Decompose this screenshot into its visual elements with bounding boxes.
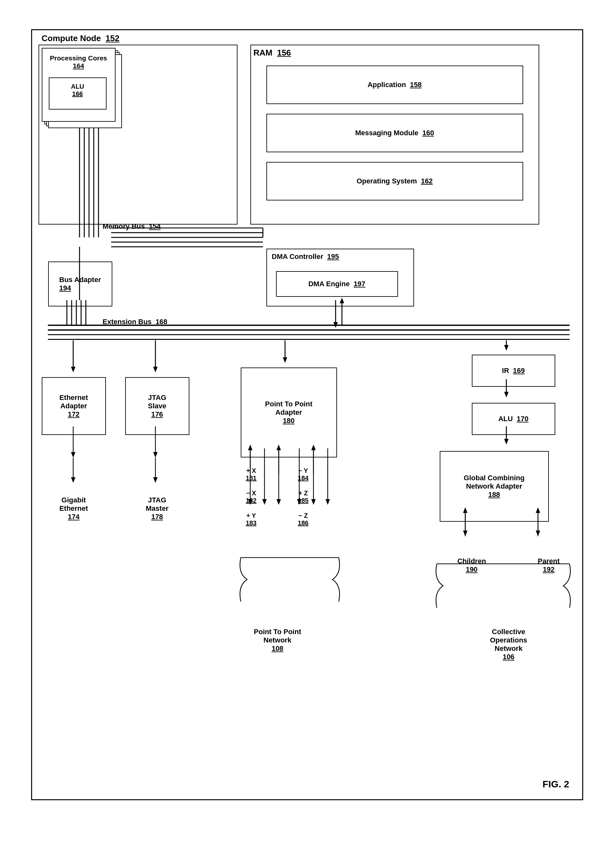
ethernet-adapter-number: 172 (68, 410, 80, 418)
svg-marker-37 (504, 439, 509, 445)
jtag-master-number: 178 (151, 513, 163, 521)
p2p-network-label: Point To PointNetwork108 (222, 628, 334, 653)
minus-y-label: − Y184 (292, 467, 315, 482)
plus-y-bottom-number: 183 (246, 520, 256, 527)
svg-marker-73 (153, 477, 158, 483)
gigabit-ethernet-label: GigabitEthernet174 (42, 496, 106, 521)
extension-bus-number: 168 (156, 318, 167, 326)
figure-label: FIG. 2 (543, 779, 569, 790)
p2p-adapter-box: Point To PointAdapter180 (241, 367, 337, 457)
minus-z-number: 186 (298, 520, 309, 527)
ram-number: 156 (277, 48, 291, 58)
svg-marker-41 (262, 499, 267, 505)
jtag-slave-number: 176 (151, 410, 163, 418)
alu170-label: ALU 170 (498, 415, 528, 423)
ram-label: RAM 156 (254, 48, 291, 58)
svg-marker-53 (536, 531, 540, 537)
gcna-box: Global CombiningNetwork Adapter188 (440, 451, 549, 522)
minus-x-number: 182 (246, 497, 256, 504)
messaging-module-label: Messaging Module 160 (355, 129, 434, 137)
p2p-network-number: 108 (271, 644, 284, 652)
svg-marker-31 (283, 357, 287, 363)
minus-z-label: − Z186 (292, 512, 315, 527)
collective-ops-number: 106 (502, 653, 515, 661)
alu-inner-number: 166 (72, 90, 83, 97)
plus-y-bottom-label: + Y183 (240, 512, 262, 527)
svg-marker-27 (71, 367, 75, 372)
gigabit-ethernet-number: 174 (68, 513, 80, 521)
dma-controller-label: DMA Controller 195 (267, 249, 413, 264)
svg-marker-35 (504, 392, 509, 398)
minus-x-label: − X182 (240, 490, 262, 504)
bus-adapter-label: Bus Adapter194 (59, 275, 101, 292)
gcna-number: 188 (488, 490, 500, 499)
plus-z-number: 185 (298, 497, 309, 504)
plus-x-label: + X181 (240, 467, 262, 482)
plus-x-number: 181 (246, 474, 256, 482)
dma-engine-label: DMA Engine 197 (309, 280, 366, 288)
cores-stack: Processing Cores164 ALU166 (42, 48, 125, 138)
alu170-box: ALU 170 (472, 403, 555, 435)
svg-marker-33 (504, 345, 509, 351)
processing-cores-number: 164 (73, 62, 84, 69)
parent-number: 192 (543, 565, 555, 573)
svg-marker-51 (463, 531, 467, 537)
svg-marker-49 (326, 499, 330, 505)
children-number: 190 (466, 565, 478, 573)
svg-marker-29 (153, 367, 158, 372)
ethernet-adapter-box: EthernetAdapter172 (42, 377, 106, 435)
plus-z-label: + Z185 (292, 490, 315, 504)
compute-node-number: 152 (105, 33, 119, 43)
core-box-main: Processing Cores164 ALU166 (42, 48, 116, 122)
ir-label: IR 169 (502, 367, 525, 375)
svg-marker-43 (276, 499, 281, 505)
alu-inner-box: ALU166 (49, 78, 107, 110)
application-box: Application 158 (267, 65, 523, 104)
ir-number: 169 (513, 367, 525, 375)
svg-marker-69 (71, 477, 75, 483)
jtag-master-label: JTAGMaster178 (125, 496, 189, 521)
ethernet-adapter-label: EthernetAdapter172 (59, 394, 88, 418)
memory-bus-number: 154 (149, 222, 161, 230)
dma-engine-number: 197 (354, 280, 366, 288)
alu-inner-label: ALU166 (50, 83, 106, 98)
memory-bus-label: Memory Bus 154 (103, 222, 161, 231)
jtag-slave-label: JTAGSlave176 (148, 394, 167, 418)
compute-node-label: Compute Node 152 (42, 33, 120, 44)
dma-engine-box: DMA Engine 197 (276, 271, 398, 297)
dma-controller-number: 195 (327, 252, 339, 261)
operating-system-box: Operating System 162 (267, 162, 523, 201)
bus-adapter-number: 194 (59, 284, 71, 292)
p2p-adapter-number: 180 (283, 417, 295, 425)
alu170-number: 170 (517, 415, 529, 423)
ir-box: IR 169 (472, 355, 555, 387)
bus-adapter-box: Bus Adapter194 (48, 261, 112, 306)
children-label: Children190 (446, 557, 498, 574)
gcna-label: Global CombiningNetwork Adapter188 (464, 474, 524, 499)
application-number: 158 (410, 81, 422, 89)
collective-ops-label: CollectiveOperationsNetwork106 (453, 628, 565, 661)
svg-marker-23 (333, 322, 338, 328)
processing-cores-label: Processing Cores164 (42, 54, 115, 70)
parent-label: Parent192 (523, 557, 575, 574)
svg-marker-67 (71, 452, 75, 458)
operating-system-number: 162 (421, 177, 433, 185)
minus-y-number: 184 (298, 474, 309, 482)
p2p-adapter-label: Point To PointAdapter180 (265, 400, 312, 425)
svg-marker-71 (153, 452, 158, 458)
messaging-module-number: 160 (422, 129, 434, 137)
jtag-slave-box: JTAGSlave176 (125, 377, 189, 435)
operating-system-label: Operating System 162 (357, 177, 433, 185)
application-label: Application 158 (367, 81, 422, 89)
extension-bus-label: Extension Bus 168 (103, 318, 167, 326)
messaging-module-box: Messaging Module 160 (267, 114, 523, 152)
